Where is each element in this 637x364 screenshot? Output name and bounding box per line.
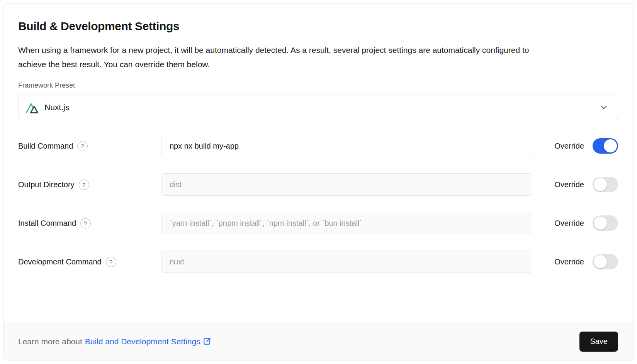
development-command-override: Override <box>549 254 618 269</box>
override-toggle[interactable] <box>593 177 618 192</box>
card-main: Build & Development Settings When using … <box>3 3 634 273</box>
help-circle-icon[interactable]: ? <box>106 257 116 267</box>
development-command-label: Development Command <box>18 257 102 266</box>
help-circle-icon[interactable]: ? <box>80 218 91 229</box>
chevron-down-icon <box>599 103 608 112</box>
toggle-knob <box>604 139 617 152</box>
install-command-input[interactable] <box>161 212 532 234</box>
build-settings-card: Build & Development Settings When using … <box>3 3 634 361</box>
development-command-input[interactable] <box>161 251 532 273</box>
override-toggle[interactable] <box>593 215 618 231</box>
row-install-command: Install Command ? Override <box>18 212 618 234</box>
install-command-label-group: Install Command ? <box>18 218 161 229</box>
help-circle-icon[interactable]: ? <box>79 179 89 190</box>
build-settings-doc-link[interactable]: Build and Development Settings <box>85 337 211 346</box>
install-command-label: Install Command <box>18 219 76 228</box>
output-directory-label: Output Directory <box>18 180 75 189</box>
override-toggle[interactable] <box>593 254 618 269</box>
build-command-label: Build Command <box>18 142 73 151</box>
development-command-label-group: Development Command ? <box>18 257 161 267</box>
help-circle-icon[interactable]: ? <box>77 141 88 151</box>
toggle-knob <box>594 217 607 230</box>
override-label: Override <box>554 257 584 266</box>
page-description: When using a framework for a new project… <box>18 43 532 71</box>
learn-more-prefix: Learn more about <box>18 337 82 346</box>
override-label: Override <box>554 219 584 228</box>
output-directory-override: Override <box>549 177 618 192</box>
framework-preset-select[interactable]: Nuxt.js <box>18 95 618 120</box>
external-link-icon <box>202 337 211 346</box>
build-command-override: Override <box>549 138 618 154</box>
override-label: Override <box>554 180 584 189</box>
output-directory-input[interactable] <box>161 173 532 196</box>
row-development-command: Development Command ? Override <box>18 251 618 273</box>
settings-rows: Build Command ? Override Output Director… <box>18 135 618 273</box>
save-button[interactable]: Save <box>579 332 618 352</box>
build-command-input[interactable] <box>161 135 532 157</box>
override-label: Override <box>554 142 584 151</box>
framework-preset-label: Framework Preset <box>18 81 618 90</box>
nuxt-logo-icon <box>25 101 40 114</box>
install-command-override: Override <box>549 215 618 231</box>
selected-framework: Nuxt.js <box>44 103 69 112</box>
doc-link-label: Build and Development Settings <box>85 337 200 346</box>
card-footer: Learn more about Build and Development S… <box>3 322 634 361</box>
toggle-knob <box>594 178 607 191</box>
override-toggle[interactable] <box>593 138 618 154</box>
page-title: Build & Development Settings <box>18 20 618 33</box>
build-command-label-group: Build Command ? <box>18 141 161 151</box>
output-directory-label-group: Output Directory ? <box>18 179 161 190</box>
row-output-directory: Output Directory ? Override <box>18 173 618 196</box>
learn-more-text: Learn more about Build and Development S… <box>18 337 211 346</box>
row-build-command: Build Command ? Override <box>18 135 618 157</box>
toggle-knob <box>594 255 607 268</box>
